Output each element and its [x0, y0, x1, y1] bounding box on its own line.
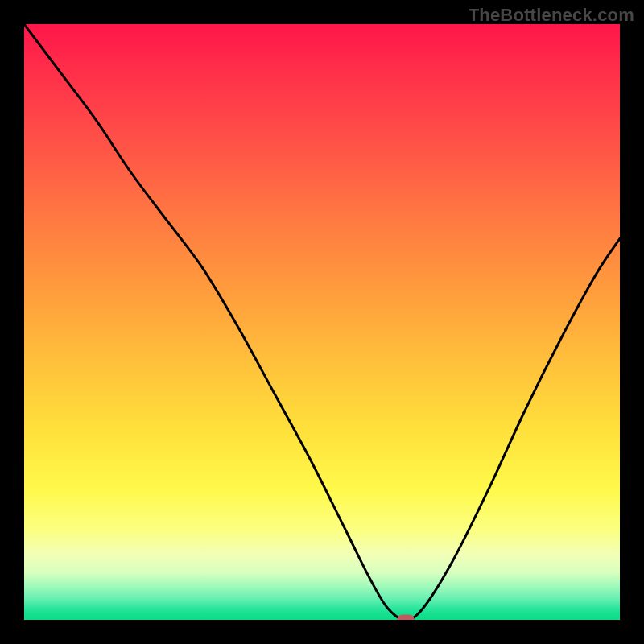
chart-frame: TheBottleneck.com	[0, 0, 644, 644]
optimal-marker	[397, 615, 414, 621]
watermark-label: TheBottleneck.com	[469, 5, 634, 26]
plot-area	[24, 24, 620, 620]
curve-layer	[24, 24, 620, 620]
bottleneck-curve	[24, 24, 620, 620]
